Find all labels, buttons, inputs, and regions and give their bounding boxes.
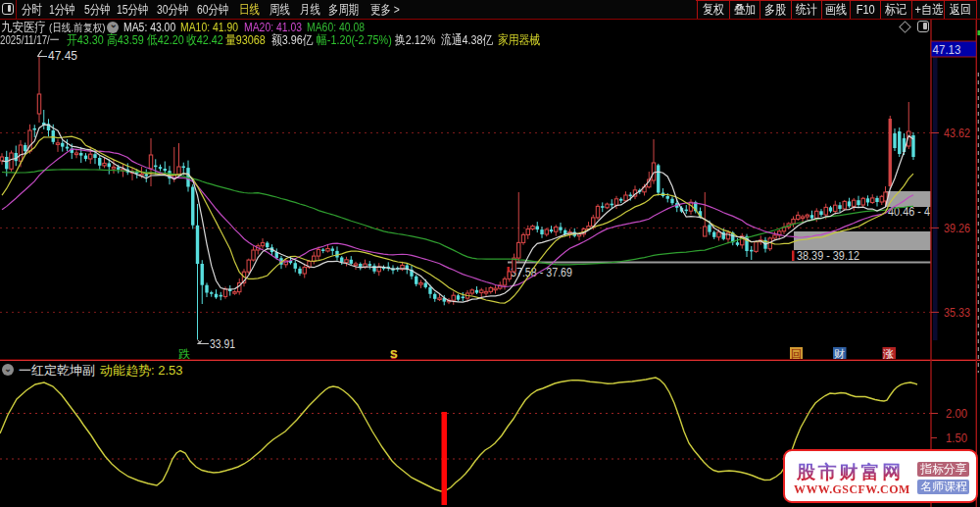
svg-text:47.13: 47.13	[933, 42, 961, 57]
svg-text:33.91: 33.91	[210, 337, 235, 351]
svg-text:回: 回	[791, 348, 802, 360]
svg-text:S: S	[390, 348, 398, 360]
svg-text:涨: 涨	[883, 348, 894, 360]
svg-text:1.50: 1.50	[946, 431, 967, 445]
svg-text:财: 财	[834, 348, 845, 360]
svg-text:跌: 跌	[178, 347, 190, 361]
svg-text:47.45: 47.45	[48, 49, 77, 63]
svg-text:35.33: 35.33	[944, 305, 970, 320]
svg-text:39.26: 39.26	[944, 221, 970, 235]
svg-text:43.62: 43.62	[944, 126, 970, 140]
svg-text:38.39 - 39.12: 38.39 - 39.12	[797, 249, 859, 263]
svg-text:2.00: 2.00	[946, 406, 967, 421]
